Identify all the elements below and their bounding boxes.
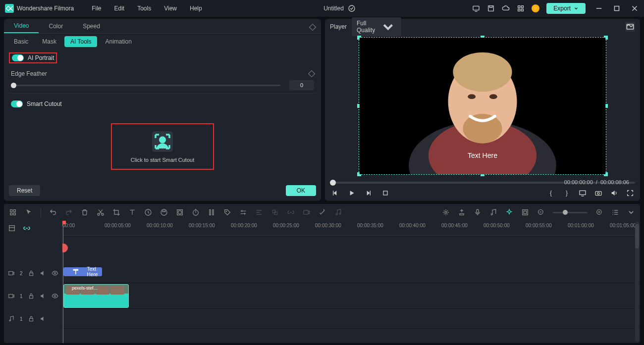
tab-speed[interactable]: Speed xyxy=(73,19,110,33)
track-lane-audio1[interactable] xyxy=(62,309,640,329)
edge-feather-value[interactable]: 0 xyxy=(289,80,314,90)
camera-icon[interactable] xyxy=(594,189,602,197)
group-icon[interactable] xyxy=(271,208,279,216)
tag-icon[interactable] xyxy=(223,208,231,216)
mute-icon[interactable] xyxy=(40,315,47,322)
menu-help[interactable]: Help xyxy=(185,5,207,12)
slider-thumb[interactable] xyxy=(11,83,16,88)
edge-feather-slider[interactable] xyxy=(11,85,280,86)
cloud-icon[interactable] xyxy=(502,4,510,12)
lock-icon[interactable] xyxy=(28,293,35,299)
keyframe-icon[interactable] xyxy=(308,70,315,77)
align-icon[interactable] xyxy=(255,208,263,216)
scrub-thumb[interactable] xyxy=(330,180,336,186)
play-icon[interactable] xyxy=(348,189,356,197)
audio-icon xyxy=(8,315,15,322)
cut-icon[interactable] xyxy=(97,208,105,216)
adjust-icon[interactable] xyxy=(239,208,247,216)
preview-canvas[interactable]: Text Here xyxy=(359,37,606,175)
sparkle-icon[interactable] xyxy=(442,208,450,216)
timeline-scrollbar[interactable] xyxy=(635,222,639,342)
mute-icon[interactable] xyxy=(40,293,47,299)
ok-button[interactable]: OK xyxy=(286,185,316,196)
smart-cutout-toggle[interactable] xyxy=(11,100,23,107)
text-overlay[interactable]: Text Here xyxy=(468,151,497,159)
menu-view[interactable]: View xyxy=(159,5,182,12)
lock-icon[interactable] xyxy=(28,315,35,322)
delete-icon[interactable] xyxy=(81,208,89,216)
display-icon[interactable] xyxy=(579,189,587,197)
next-frame-icon[interactable] xyxy=(365,189,373,197)
menu-edit[interactable]: Edit xyxy=(109,5,130,12)
subtab-basic[interactable]: Basic xyxy=(8,36,34,47)
subtab-animation[interactable]: Animation xyxy=(99,36,137,47)
pointer-icon[interactable] xyxy=(25,208,33,216)
record-icon[interactable] xyxy=(303,208,311,216)
ai-portrait-toggle[interactable] xyxy=(12,54,24,61)
svg-point-41 xyxy=(445,211,447,213)
tab-color[interactable]: Color xyxy=(39,19,73,33)
svg-rect-7 xyxy=(615,6,619,11)
speed-icon[interactable] xyxy=(144,208,152,216)
chevron-down-icon[interactable] xyxy=(627,208,635,216)
trim-icon[interactable] xyxy=(208,208,215,216)
collapse-icon[interactable] xyxy=(8,224,16,232)
text-clip[interactable]: Text Here xyxy=(63,267,102,276)
zoom-out-icon[interactable] xyxy=(537,208,545,216)
link-track-icon[interactable] xyxy=(23,224,31,232)
zoom-in-icon[interactable] xyxy=(595,208,603,216)
svg-rect-6 xyxy=(522,9,524,11)
stop-icon[interactable] xyxy=(381,189,389,197)
auto-icon[interactable] xyxy=(505,208,513,216)
subtab-ai-tools[interactable]: AI Tools xyxy=(64,36,97,47)
snapshot-icon[interactable] xyxy=(625,22,635,32)
volume-icon[interactable] xyxy=(610,189,618,197)
quality-select[interactable]: Full Quality xyxy=(352,17,401,37)
scrub-bar[interactable]: 00:00:00:00 / 00:00:08:06 xyxy=(330,179,635,186)
playhead[interactable] xyxy=(63,221,63,343)
marker-icon[interactable] xyxy=(458,208,466,216)
track-lane-video2[interactable]: Text Here xyxy=(62,263,640,283)
device-icon[interactable] xyxy=(472,4,480,12)
list-icon[interactable] xyxy=(611,208,619,216)
save-icon[interactable] xyxy=(487,4,495,12)
mask-icon2[interactable] xyxy=(176,208,184,216)
lock-icon[interactable] xyxy=(28,270,35,277)
brace-open-icon[interactable]: { xyxy=(547,189,555,197)
eye-icon[interactable] xyxy=(52,270,58,277)
text-icon[interactable] xyxy=(128,208,136,216)
reset-button[interactable]: Reset xyxy=(9,185,40,196)
magic-icon[interactable] xyxy=(319,208,326,216)
mute-icon[interactable] xyxy=(40,270,47,277)
crop-icon[interactable] xyxy=(112,208,120,216)
export-button[interactable]: Export xyxy=(546,3,586,14)
track-lane-video1[interactable]: pexels-stef… xyxy=(62,283,640,309)
menu-file[interactable]: File xyxy=(87,5,106,12)
minimize-icon[interactable] xyxy=(594,4,603,13)
fullscreen-icon[interactable] xyxy=(626,189,634,197)
redo-icon[interactable] xyxy=(65,208,73,216)
tab-video[interactable]: Video xyxy=(4,19,39,33)
account-icon[interactable] xyxy=(532,4,539,12)
color-icon[interactable] xyxy=(160,208,168,216)
frame-icon[interactable] xyxy=(521,208,529,216)
maximize-icon[interactable] xyxy=(612,4,621,13)
grid-icon[interactable] xyxy=(517,4,525,12)
timer-icon[interactable] xyxy=(192,208,200,216)
prev-frame-icon[interactable] xyxy=(331,189,339,197)
layout-icon[interactable] xyxy=(9,208,17,216)
zoom-slider[interactable] xyxy=(553,212,588,213)
mic-icon[interactable] xyxy=(474,208,482,216)
link-icon[interactable] xyxy=(287,208,295,216)
eye-icon[interactable] xyxy=(52,293,58,299)
menu-tools[interactable]: Tools xyxy=(132,5,156,12)
video-clip[interactable]: pexels-stef… xyxy=(63,284,129,308)
music-icon[interactable] xyxy=(334,208,342,216)
timeline-ruler[interactable]: 00:0000:00:05:0000:00:10:0000:00:15:0000… xyxy=(62,221,640,236)
subtab-mask[interactable]: Mask xyxy=(36,36,62,47)
undo-icon[interactable] xyxy=(49,208,57,216)
audio-mix-icon[interactable] xyxy=(489,208,497,216)
smart-cutout-button[interactable] xyxy=(152,131,173,152)
close-icon[interactable] xyxy=(630,4,639,13)
brace-close-icon[interactable]: } xyxy=(563,189,571,197)
